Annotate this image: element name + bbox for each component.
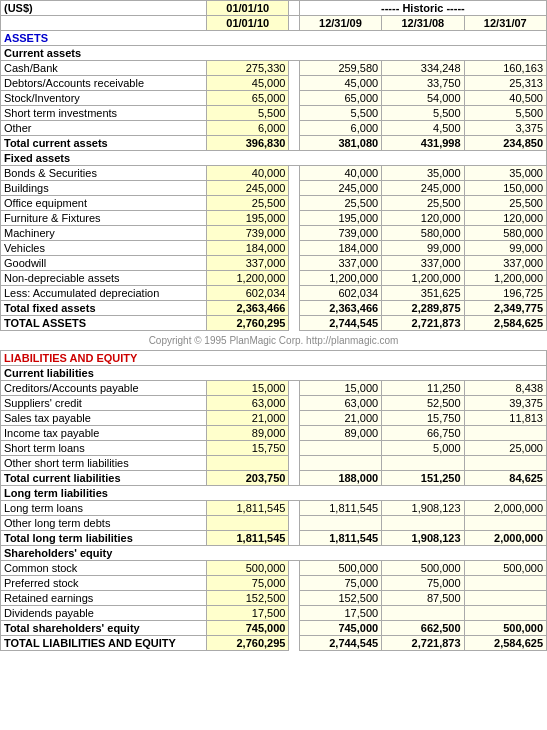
historic-header: ----- Historic ----- — [299, 1, 546, 16]
label-col-header — [1, 16, 207, 31]
total-current-assets-row: Total current assets396,830381,080431,99… — [1, 136, 547, 151]
spacer — [289, 1, 299, 16]
subsection-header-row: Current assets — [1, 46, 547, 61]
current-liability-row: Short term loans15,7505,00025,000 — [1, 441, 547, 456]
col4-date: 12/31/07 — [464, 16, 546, 31]
total-current-liabilities-row: Total current liabilities203,750188,0001… — [1, 471, 547, 486]
total-long-term-liabilities-row: Total long term liabilities1,811,5451,81… — [1, 531, 547, 546]
col1-date: 01/01/10 — [207, 16, 289, 31]
col1-header: 01/01/10 — [207, 1, 289, 16]
equity-row: Dividends payable17,50017,500 — [1, 606, 547, 621]
subsection-header-row: Fixed assets — [1, 151, 547, 166]
current-liability-row: Income tax payable89,00089,00066,750 — [1, 426, 547, 441]
current-asset-row: Short term investments5,5005,5005,5005,5… — [1, 106, 547, 121]
fixed-asset-row: Buildings245,000245,000245,000150,000 — [1, 181, 547, 196]
fixed-asset-row: Less: Accumulated depreciation602,034602… — [1, 286, 547, 301]
current-asset-row: Stock/Inventory65,00065,00054,00040,500 — [1, 91, 547, 106]
col2-date: 12/31/09 — [299, 16, 381, 31]
long-term-liability-row: Long term loans1,811,5451,811,5451,908,1… — [1, 501, 547, 516]
total-assets-row: TOTAL ASSETS2,760,2952,744,5452,721,8732… — [1, 316, 547, 331]
long-term-liability-row: Other long term debts — [1, 516, 547, 531]
current-liability-row: Sales tax payable21,00021,00015,75011,81… — [1, 411, 547, 426]
section-header-row: LIABILITIES AND EQUITY — [1, 351, 547, 366]
header-row: (US$) 01/01/10 ----- Historic ----- — [1, 1, 547, 16]
total-shareholders-equity-row: Total shareholders' equity745,000745,000… — [1, 621, 547, 636]
equity-row: Preferred stock75,00075,00075,000 — [1, 576, 547, 591]
subsection-header-row: Shareholders' equity — [1, 546, 547, 561]
copyright-row: Copyright © 1995 PlanMagic Corp. http://… — [1, 331, 547, 351]
fixed-asset-row: Non-depreciable assets1,200,0001,200,000… — [1, 271, 547, 286]
current-asset-row: Cash/Bank275,330259,580334,248160,163 — [1, 61, 547, 76]
fixed-asset-row: Vehicles184,000184,00099,00099,000 — [1, 241, 547, 256]
current-liability-row: Other short term liabilities — [1, 456, 547, 471]
fixed-asset-row: Office equipment25,50025,50025,50025,500 — [1, 196, 547, 211]
current-asset-row: Debtors/Accounts receivable45,00045,0003… — [1, 76, 547, 91]
fixed-asset-row: Bonds & Securities40,00040,00035,00035,0… — [1, 166, 547, 181]
subsection-header-row: Current liabilities — [1, 366, 547, 381]
fixed-asset-row: Furniture & Fixtures195,000195,000120,00… — [1, 211, 547, 226]
balance-sheet: (US$) 01/01/10 ----- Historic ----- 01/0… — [0, 0, 547, 651]
currency-label: (US$) — [1, 1, 207, 16]
current-asset-row: Other6,0006,0004,5003,375 — [1, 121, 547, 136]
total-fixed-assets-row: Total fixed assets2,363,4662,363,4662,28… — [1, 301, 547, 316]
fixed-asset-row: Machinery739,000739,000580,000580,000 — [1, 226, 547, 241]
current-liability-row: Creditors/Accounts payable15,00015,00011… — [1, 381, 547, 396]
equity-row: Retained earnings152,500152,50087,500 — [1, 591, 547, 606]
subsection-header-row: Long term liabilities — [1, 486, 547, 501]
equity-row: Common stock500,000500,000500,000500,000 — [1, 561, 547, 576]
fixed-asset-row: Goodwill337,000337,000337,000337,000 — [1, 256, 547, 271]
current-liability-row: Suppliers' credit63,00063,00052,50039,37… — [1, 396, 547, 411]
col3-date: 12/31/08 — [382, 16, 464, 31]
spacer2 — [289, 16, 299, 31]
section-header-row: ASSETS — [1, 31, 547, 46]
total-liabilities-equity-row: TOTAL LIABILITIES AND EQUITY2,760,2952,7… — [1, 636, 547, 651]
col-headers-row: 01/01/10 12/31/09 12/31/08 12/31/07 — [1, 16, 547, 31]
